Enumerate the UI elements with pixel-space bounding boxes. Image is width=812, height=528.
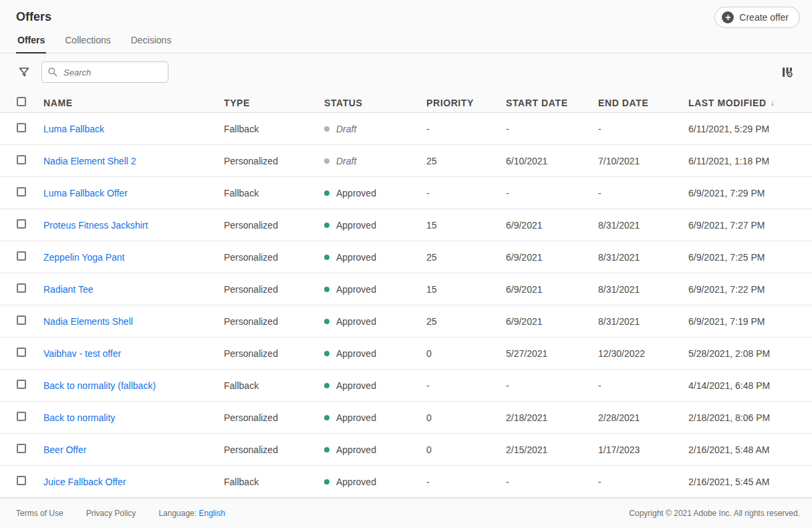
column-header-type[interactable]: TYPE xyxy=(224,98,324,108)
status-dot-icon xyxy=(324,479,329,485)
status-label: Approved xyxy=(336,380,376,391)
offer-name-link[interactable]: Nadia Elements Shell xyxy=(43,316,133,327)
status-label: Approved xyxy=(336,316,376,327)
offer-name-link[interactable]: Beer Offer xyxy=(43,444,86,455)
offer-end-date: 12/30/2022 xyxy=(598,348,688,359)
row-checkbox[interactable] xyxy=(17,283,26,293)
offer-name-link[interactable]: Juice Fallback Offer xyxy=(43,477,126,487)
status-label: Approved xyxy=(336,348,376,359)
table-row: Proteus Fitness Jackshirt Personalized A… xyxy=(0,209,812,241)
row-checkbox[interactable] xyxy=(17,315,26,325)
offer-status: Approved xyxy=(324,444,426,455)
table-body: Luma Fallback Fallback Draft - - - 6/11/… xyxy=(0,113,812,498)
offer-end-date: 7/10/2021 xyxy=(598,156,688,166)
row-checkbox[interactable] xyxy=(17,155,26,164)
search-input[interactable] xyxy=(41,61,168,83)
offer-last-modified: 2/16/2021, 5:48 AM xyxy=(688,444,812,455)
offer-name-link[interactable]: Radiant Tee xyxy=(43,284,93,295)
offer-name-link[interactable]: Proteus Fitness Jackshirt xyxy=(43,220,148,231)
offer-name-link[interactable]: Back to normality xyxy=(43,412,115,423)
row-checkbox[interactable] xyxy=(17,251,26,261)
column-header-last-modified[interactable]: LAST MODIFIED ↓ xyxy=(688,98,812,108)
select-all-checkbox[interactable] xyxy=(17,97,26,106)
offer-status: Approved xyxy=(324,188,426,199)
offer-status: Draft xyxy=(324,124,426,134)
footer: Terms of Use Privacy Policy Language: En… xyxy=(0,498,812,528)
offer-type: Personalized xyxy=(224,220,324,231)
table-row: Beer Offer Personalized Approved 0 2/15/… xyxy=(0,434,812,466)
offer-name-link[interactable]: Nadia Element Shell 2 xyxy=(43,156,136,166)
offer-end-date: 8/31/2021 xyxy=(598,316,688,327)
offer-status: Approved xyxy=(324,316,426,327)
offer-last-modified: 2/18/2021, 8:06 PM xyxy=(688,412,812,423)
offer-name-link[interactable]: Back to normality (fallback) xyxy=(43,380,156,391)
offer-name-link[interactable]: Luma Fallback xyxy=(43,124,104,134)
row-checkbox[interactable] xyxy=(17,219,26,229)
status-dot-icon xyxy=(324,351,329,356)
status-dot-icon xyxy=(324,158,329,164)
column-header-status[interactable]: STATUS xyxy=(324,98,426,108)
terms-of-use-link[interactable]: Terms of Use xyxy=(16,509,63,518)
offer-last-modified: 6/9/2021, 7:22 PM xyxy=(688,284,812,295)
offer-priority: - xyxy=(426,380,506,391)
offer-end-date: 8/31/2021 xyxy=(598,220,688,231)
offer-name-link[interactable]: Vaibhav - test offer xyxy=(43,348,121,359)
row-checkbox[interactable] xyxy=(17,123,26,132)
tab-decisions[interactable]: Decisions xyxy=(130,35,173,53)
table-row: Vaibhav - test offer Personalized Approv… xyxy=(0,338,812,370)
offer-status: Approved xyxy=(324,477,426,487)
page-title: Offers xyxy=(16,10,51,24)
offer-last-modified: 6/9/2021, 7:25 PM xyxy=(688,252,812,263)
create-offer-label: Create offer xyxy=(739,12,789,23)
offer-start-date: 2/18/2021 xyxy=(506,412,598,423)
search-icon xyxy=(47,67,57,77)
row-checkbox[interactable] xyxy=(17,444,26,453)
offer-status: Approved xyxy=(324,348,426,359)
status-dot-icon xyxy=(324,383,329,388)
offer-end-date: 8/31/2021 xyxy=(598,252,688,263)
table-row: Back to normality (fallback) Fallback Ap… xyxy=(0,370,812,402)
offer-start-date: 6/9/2021 xyxy=(506,252,598,263)
row-checkbox[interactable] xyxy=(17,187,26,196)
table-row: Radiant Tee Personalized Approved 15 6/9… xyxy=(0,273,812,305)
column-header-end-date[interactable]: END DATE xyxy=(598,98,688,108)
offer-priority: 0 xyxy=(426,444,506,455)
offer-end-date: - xyxy=(598,477,688,487)
offer-last-modified: 6/11/2021, 1:18 PM xyxy=(688,156,812,166)
status-dot-icon xyxy=(324,190,329,196)
offer-type: Personalized xyxy=(224,316,324,327)
tab-offers[interactable]: Offers xyxy=(16,35,46,53)
privacy-policy-link[interactable]: Privacy Policy xyxy=(86,509,136,518)
column-header-name[interactable]: NAME xyxy=(43,98,224,108)
column-header-start-date[interactable]: START DATE xyxy=(506,98,598,108)
offer-name-link[interactable]: Luma Fallback Offer xyxy=(43,188,128,199)
offer-last-modified: 6/9/2021, 7:29 PM xyxy=(688,188,812,199)
status-label: Approved xyxy=(336,412,376,423)
offer-start-date: 2/15/2021 xyxy=(506,444,598,455)
offer-priority: 15 xyxy=(426,284,506,295)
offers-page: Offers + Create offer Offers Collections… xyxy=(0,0,812,528)
row-checkbox[interactable] xyxy=(17,380,26,389)
tab-collections[interactable]: Collections xyxy=(63,35,112,53)
filter-icon xyxy=(19,67,29,78)
offer-status: Approved xyxy=(324,252,426,263)
create-offer-button[interactable]: + Create offer xyxy=(714,7,800,28)
table-row: Back to normality Personalized Approved … xyxy=(0,402,812,434)
offer-priority: - xyxy=(426,124,506,134)
row-checkbox[interactable] xyxy=(17,476,26,485)
language-link[interactable]: English xyxy=(198,509,225,518)
offer-priority: 25 xyxy=(426,156,506,166)
filter-button[interactable] xyxy=(16,64,32,80)
offer-name-link[interactable]: Zeppelin Yoga Pant xyxy=(43,252,124,263)
status-label: Approved xyxy=(336,252,376,263)
table-row: Juice Fallback Offer Fallback Approved -… xyxy=(0,466,812,498)
offer-type: Personalized xyxy=(224,444,324,455)
offer-start-date: 6/9/2021 xyxy=(506,316,598,327)
row-checkbox[interactable] xyxy=(17,348,26,357)
column-header-priority[interactable]: PRIORITY xyxy=(426,98,506,108)
row-checkbox[interactable] xyxy=(17,412,26,421)
plus-circle-icon: + xyxy=(722,11,734,23)
status-dot-icon xyxy=(324,223,329,228)
column-settings-button[interactable] xyxy=(779,63,796,81)
status-label: Approved xyxy=(336,188,376,199)
